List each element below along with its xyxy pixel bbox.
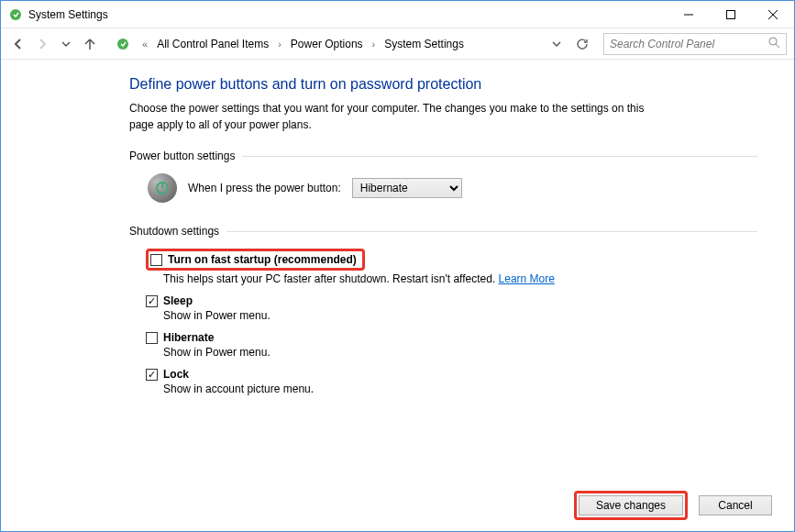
sleep-label: Sleep	[163, 294, 193, 307]
power-button-select[interactable]: Hibernate	[352, 178, 462, 198]
sleep-sub: Show in Power menu.	[163, 309, 757, 322]
svg-point-5	[117, 39, 128, 50]
minimize-button[interactable]	[668, 1, 710, 28]
svg-line-7	[776, 44, 779, 48]
checkbox-fast-startup[interactable]	[150, 254, 162, 266]
shutdown-item-fast-startup: Turn on fast startup (recommended) This …	[146, 249, 757, 285]
titlebar: System Settings	[1, 1, 794, 28]
shutdown-item-hibernate: Hibernate Show in Power menu.	[146, 331, 757, 359]
address-dropdown[interactable]	[547, 34, 567, 54]
address-icon	[115, 36, 131, 52]
button-bar: Save changes Cancel	[574, 491, 772, 520]
app-icon	[8, 7, 23, 22]
close-button[interactable]	[752, 1, 794, 28]
svg-point-0	[10, 9, 21, 20]
breadcrumb: « All Control Panel Items › Power Option…	[138, 36, 541, 52]
power-button-label: When I press the power button:	[188, 182, 341, 194]
search-input[interactable]	[610, 38, 768, 50]
page-heading: Define power buttons and turn on passwor…	[129, 76, 757, 93]
checkbox-hibernate[interactable]	[146, 332, 158, 344]
power-icon	[148, 173, 177, 203]
save-button[interactable]: Save changes	[579, 495, 683, 515]
hibernate-sub: Show in Power menu.	[163, 346, 757, 359]
breadcrumb-item-power[interactable]: Power Options	[287, 36, 367, 52]
page-desc: Choose the power settings that you want …	[129, 100, 670, 133]
hibernate-label: Hibernate	[163, 331, 214, 344]
breadcrumb-item-current[interactable]: System Settings	[381, 36, 468, 52]
cancel-button[interactable]: Cancel	[699, 495, 772, 515]
svg-point-6	[769, 38, 777, 45]
up-button[interactable]	[80, 34, 100, 54]
maximize-button[interactable]	[710, 1, 752, 28]
chevron-right-icon: ›	[278, 39, 282, 50]
breadcrumb-item-all[interactable]: All Control Panel Items	[153, 36, 272, 52]
fast-startup-sub: This helps start your PC faster after sh…	[163, 272, 757, 285]
breadcrumb-prefix: «	[142, 39, 148, 50]
window-title: System Settings	[28, 8, 108, 21]
back-button[interactable]	[8, 34, 28, 54]
refresh-button[interactable]	[572, 34, 592, 54]
shutdown-item-lock: Lock Show in account picture menu.	[146, 368, 757, 395]
content: Define power buttons and turn on passwor…	[1, 60, 794, 395]
recent-dropdown[interactable]	[56, 34, 76, 54]
forward-button[interactable]	[32, 34, 52, 54]
fast-startup-label: Turn on fast startup (recommended)	[168, 253, 357, 266]
toolbar: « All Control Panel Items › Power Option…	[1, 28, 794, 60]
save-highlight: Save changes	[574, 491, 688, 520]
power-button-row: When I press the power button: Hibernate	[148, 173, 757, 203]
shutdown-item-sleep: Sleep Show in Power menu.	[146, 294, 757, 322]
lock-sub: Show in account picture menu.	[163, 382, 757, 395]
svg-rect-2	[727, 10, 735, 18]
search-box[interactable]	[603, 33, 787, 55]
shutdown-section-title: Shutdown settings	[129, 225, 757, 238]
search-icon	[768, 37, 780, 51]
lock-label: Lock	[163, 368, 189, 381]
checkbox-sleep[interactable]	[146, 295, 158, 307]
learn-more-link[interactable]: Learn More	[499, 272, 555, 285]
power-button-section-title: Power button settings	[129, 150, 757, 162]
checkbox-lock[interactable]	[146, 369, 158, 381]
chevron-right-icon: ›	[372, 39, 376, 50]
fast-startup-highlight: Turn on fast startup (recommended)	[146, 249, 365, 271]
shutdown-list: Turn on fast startup (recommended) This …	[146, 249, 757, 395]
